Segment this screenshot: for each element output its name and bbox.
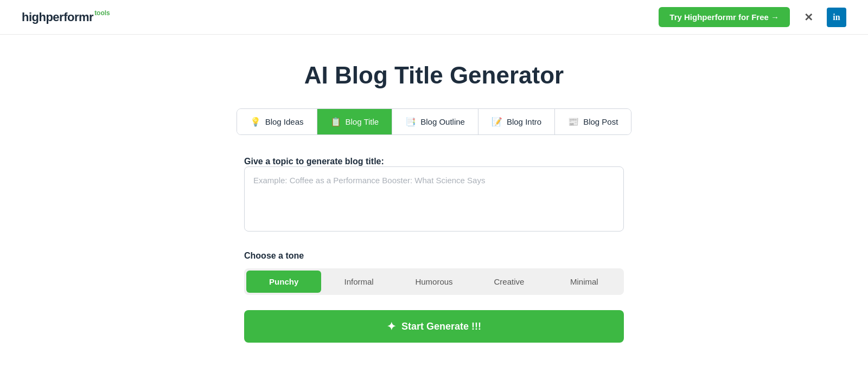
tab-blog-intro[interactable]: 📝 Blog Intro bbox=[478, 109, 555, 134]
x-social-icon[interactable]: ✕ bbox=[799, 8, 818, 27]
tab-blog-post-label: Blog Post bbox=[583, 117, 618, 126]
blog-outline-icon: 📑 bbox=[405, 117, 416, 127]
field-label: Give a topic to generate blog title: bbox=[244, 157, 384, 166]
tone-minimal-button[interactable]: Minimal bbox=[547, 271, 622, 293]
tone-section: Choose a tone Punchy Informal Humorous C… bbox=[244, 251, 624, 295]
blog-ideas-icon: 💡 bbox=[250, 117, 261, 127]
tab-blog-intro-label: Blog Intro bbox=[507, 117, 541, 126]
sparkle-icon: ✦ bbox=[387, 320, 396, 333]
logo-text: highperformr bbox=[22, 10, 93, 24]
tab-blog-outline-label: Blog Outline bbox=[420, 117, 465, 126]
form-container: Give a topic to generate blog title: Cho… bbox=[244, 157, 624, 343]
linkedin-icon: in bbox=[833, 12, 840, 22]
tab-blog-ideas[interactable]: 💡 Blog Ideas bbox=[237, 109, 317, 134]
topic-input[interactable] bbox=[244, 166, 624, 231]
logo: highperformrtools bbox=[22, 10, 110, 24]
tone-creative-button[interactable]: Creative bbox=[471, 271, 546, 293]
tab-blog-title[interactable]: 📋 Blog Title bbox=[317, 109, 393, 134]
logo-tools-badge: tools bbox=[94, 9, 110, 17]
main-content: AI Blog Title Generator 💡 Blog Ideas 📋 B… bbox=[0, 35, 868, 364]
tab-blog-ideas-label: Blog Ideas bbox=[265, 117, 304, 126]
tab-nav: 💡 Blog Ideas 📋 Blog Title 📑 Blog Outline… bbox=[237, 108, 632, 135]
blog-intro-icon: 📝 bbox=[492, 117, 502, 127]
blog-post-icon: 📰 bbox=[568, 117, 579, 127]
tone-buttons-group: Punchy Informal Humorous Creative Minima… bbox=[244, 268, 624, 295]
blog-title-icon: 📋 bbox=[330, 117, 341, 127]
x-icon: ✕ bbox=[804, 11, 813, 24]
header-actions: Try Highperformr for Free → ✕ in bbox=[659, 7, 846, 27]
tone-label: Choose a tone bbox=[244, 251, 624, 261]
header: highperformrtools Try Highperformr for F… bbox=[0, 0, 868, 35]
page-title: AI Blog Title Generator bbox=[304, 62, 564, 89]
tab-blog-post[interactable]: 📰 Blog Post bbox=[555, 109, 631, 134]
tone-humorous-button[interactable]: Humorous bbox=[397, 271, 471, 293]
tab-blog-outline[interactable]: 📑 Blog Outline bbox=[392, 109, 478, 134]
tab-blog-title-label: Blog Title bbox=[346, 117, 379, 126]
tone-punchy-button[interactable]: Punchy bbox=[246, 271, 321, 293]
generate-button[interactable]: ✦ Start Generate !!! bbox=[244, 310, 624, 343]
generate-button-label: Start Generate !!! bbox=[401, 321, 481, 332]
linkedin-social-icon[interactable]: in bbox=[827, 8, 846, 27]
tone-informal-button[interactable]: Informal bbox=[321, 271, 396, 293]
try-free-button[interactable]: Try Highperformr for Free → bbox=[659, 7, 790, 27]
